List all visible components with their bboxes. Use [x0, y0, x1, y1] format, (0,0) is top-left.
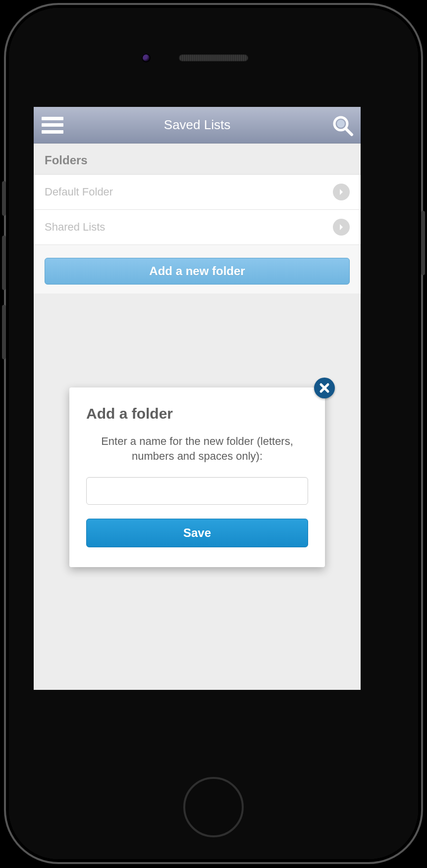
chevron-right-icon [333, 184, 350, 200]
folder-row-shared[interactable]: Shared Lists [34, 210, 361, 245]
screen: Saved Lists Folders Default Folder [34, 107, 361, 690]
add-folder-dialog: Add a folder Enter a name for the new fo… [69, 387, 325, 567]
svg-point-1 [337, 120, 345, 128]
folder-row-default[interactable]: Default Folder [34, 175, 361, 210]
add-folder-wrap: Add a new folder [34, 245, 361, 293]
close-dialog-button[interactable] [314, 378, 335, 398]
volume-down [2, 305, 6, 359]
mute-switch [2, 181, 6, 216]
dialog-title: Add a folder [86, 405, 308, 422]
close-icon [319, 383, 330, 393]
svg-line-2 [346, 129, 352, 135]
folder-name-input[interactable] [86, 477, 308, 505]
phone-bezel: Saved Lists Folders Default Folder [9, 8, 418, 859]
add-new-folder-button[interactable]: Add a new folder [45, 258, 350, 285]
save-button[interactable]: Save [86, 519, 308, 547]
home-button[interactable] [183, 777, 244, 837]
earpiece-speaker [179, 54, 248, 61]
page-title: Saved Lists [164, 117, 230, 133]
navbar: Saved Lists [34, 107, 361, 144]
folder-label: Shared Lists [45, 221, 105, 234]
power-button [421, 211, 425, 275]
chevron-right-icon [333, 219, 350, 236]
folder-label: Default Folder [45, 186, 113, 198]
search-icon [331, 114, 354, 137]
folders-section-header: Folders [34, 144, 361, 175]
hamburger-icon [42, 117, 63, 120]
search-button[interactable] [331, 114, 354, 137]
volume-up [2, 236, 6, 290]
phone-frame: Saved Lists Folders Default Folder [4, 3, 423, 864]
menu-button[interactable] [42, 117, 63, 134]
dialog-instruction: Enter a name for the new folder (letters… [86, 434, 308, 463]
front-camera [142, 53, 151, 62]
